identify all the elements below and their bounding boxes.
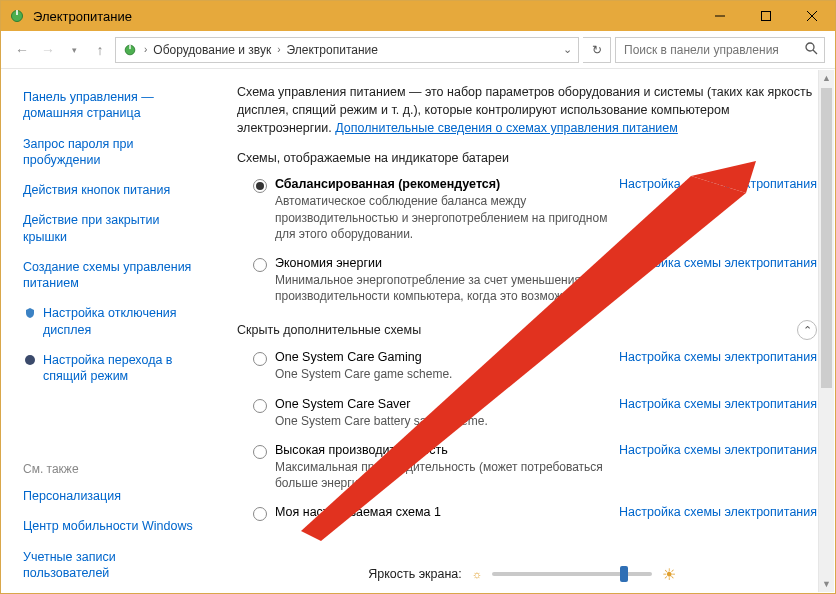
sidebar-mobility-center-link[interactable]: Центр мобильности Windows <box>23 512 197 540</box>
configure-plan-link[interactable]: Настройка схемы электропитания <box>619 505 817 521</box>
svg-rect-1 <box>16 10 18 15</box>
plan-gaming[interactable]: One System Care Gaming One System Care g… <box>237 346 817 392</box>
sidebar-create-plan-link[interactable]: Создание схемы управления питанием <box>23 253 197 298</box>
vertical-scrollbar[interactable]: ▲ ▼ <box>818 70 834 592</box>
breadcrumb-sep: › <box>275 44 282 55</box>
plan-name: One System Care Gaming <box>275 350 609 364</box>
svg-point-10 <box>25 355 35 365</box>
sun-bright-icon: ☀ <box>662 565 676 584</box>
plan-desc: Автоматическое соблюдение баланса между … <box>275 193 609 242</box>
configure-plan-link[interactable]: Настройка схемы электропитания <box>619 350 817 382</box>
scroll-up-icon[interactable]: ▲ <box>819 70 834 86</box>
window-title: Электропитание <box>33 9 132 24</box>
radio-power-saver[interactable] <box>253 258 267 272</box>
see-also-label: См. также <box>23 462 197 480</box>
title-bar: Электропитание <box>1 1 835 31</box>
power-options-icon-small <box>122 42 138 58</box>
plan-name: One System Care Saver <box>275 397 609 411</box>
plan-name: Моя настраиваемая схема 1 <box>275 505 609 519</box>
plan-custom-1[interactable]: Моя настраиваемая схема 1 Настройка схем… <box>237 501 817 531</box>
intro-learn-more-link[interactable]: Дополнительные сведения о схемах управле… <box>335 121 678 135</box>
radio-balanced[interactable] <box>253 179 267 193</box>
extra-plans-header[interactable]: Скрыть дополнительные схемы ⌃ <box>237 320 817 340</box>
sidebar-home-link[interactable]: Панель управления — домашняя страница <box>23 83 197 128</box>
sun-dim-icon: ☼ <box>472 568 482 580</box>
sleep-icon <box>23 353 37 367</box>
plan-saver[interactable]: One System Care Saver One System Care ba… <box>237 393 817 439</box>
sidebar: Панель управления — домашняя страница За… <box>1 69 209 594</box>
radio-gaming[interactable] <box>253 352 267 366</box>
radio-saver[interactable] <box>253 399 267 413</box>
nav-recent-menu[interactable]: ▾ <box>63 39 85 61</box>
plan-balanced[interactable]: Сбалансированная (рекомендуется) Автомат… <box>237 173 817 252</box>
nav-forward-button[interactable]: → <box>37 39 59 61</box>
search-box[interactable] <box>615 37 825 63</box>
sidebar-lid-action-link[interactable]: Действие при закрытии крышки <box>23 206 197 251</box>
svg-rect-3 <box>762 12 771 21</box>
sidebar-sleep-link[interactable]: Настройка перехода в спящий режим <box>23 346 197 391</box>
intro-text: Схема управления питанием — это набор па… <box>237 83 817 137</box>
brightness-footer: Яркость экрана: ☼ ☀ <box>209 559 835 589</box>
plan-name: Экономия энергии <box>275 256 609 270</box>
plan-desc: One System Care game scheme. <box>275 366 609 382</box>
radio-custom-1[interactable] <box>253 507 267 521</box>
plan-desc: Минимальное энергопотребление за счет ум… <box>275 272 609 304</box>
breadcrumb-dropdown-icon[interactable]: ⌄ <box>563 43 572 56</box>
breadcrumb-sep: › <box>142 44 149 55</box>
plan-name: Сбалансированная (рекомендуется) <box>275 177 609 191</box>
plan-power-saver[interactable]: Экономия энергии Минимальное энергопотре… <box>237 252 817 314</box>
svg-line-9 <box>813 50 817 54</box>
configure-plan-link[interactable]: Настройка схемы электропитания <box>619 177 817 242</box>
search-input[interactable] <box>622 42 799 58</box>
svg-rect-7 <box>129 44 130 48</box>
configure-plan-link[interactable]: Настройка схемы электропитания <box>619 443 817 491</box>
shield-icon <box>23 306 37 320</box>
breadcrumb-seg-2[interactable]: Электропитание <box>287 43 378 57</box>
svg-point-8 <box>806 43 814 51</box>
power-options-icon <box>9 8 25 24</box>
close-button[interactable] <box>789 1 835 31</box>
plan-desc: Максимальная производительность (может п… <box>275 459 609 491</box>
sidebar-power-buttons-link[interactable]: Действия кнопок питания <box>23 176 197 204</box>
nav-back-button[interactable]: ← <box>11 39 33 61</box>
scroll-down-icon[interactable]: ▼ <box>819 576 834 592</box>
plan-desc: One System Care battery save scheme. <box>275 413 609 429</box>
search-icon[interactable] <box>805 42 818 58</box>
scrollbar-thumb[interactable] <box>821 88 832 388</box>
sidebar-display-off-link[interactable]: Настройка отключения дисплея <box>23 299 197 344</box>
breadcrumb[interactable]: › Оборудование и звук › Электропитание ⌄ <box>115 37 579 63</box>
chevron-up-icon[interactable]: ⌃ <box>797 320 817 340</box>
nav-up-button[interactable]: ↑ <box>89 39 111 61</box>
sidebar-personalization-link[interactable]: Персонализация <box>23 482 197 510</box>
minimize-button[interactable] <box>697 1 743 31</box>
battery-plans-label: Схемы, отображаемые на индикаторе батаре… <box>237 151 817 165</box>
refresh-button[interactable]: ↻ <box>583 37 611 63</box>
sidebar-require-password-link[interactable]: Запрос пароля при пробуждении <box>23 130 197 175</box>
sidebar-user-accounts-link[interactable]: Учетные записи пользователей <box>23 543 197 588</box>
configure-plan-link[interactable]: Настройка схемы электропитания <box>619 256 817 304</box>
maximize-button[interactable] <box>743 1 789 31</box>
configure-plan-link[interactable]: Настройка схемы электропитания <box>619 397 817 429</box>
brightness-slider[interactable] <box>492 572 652 576</box>
plan-high-performance[interactable]: Высокая производительность Максимальная … <box>237 439 817 501</box>
brightness-thumb[interactable] <box>620 566 628 582</box>
breadcrumb-seg-1[interactable]: Оборудование и звук <box>153 43 271 57</box>
radio-high-perf[interactable] <box>253 445 267 459</box>
plan-name: Высокая производительность <box>275 443 609 457</box>
brightness-label: Яркость экрана: <box>368 567 462 581</box>
main-content: Схема управления питанием — это набор па… <box>209 69 835 594</box>
toolbar: ← → ▾ ↑ › Оборудование и звук › Электроп… <box>1 31 835 69</box>
